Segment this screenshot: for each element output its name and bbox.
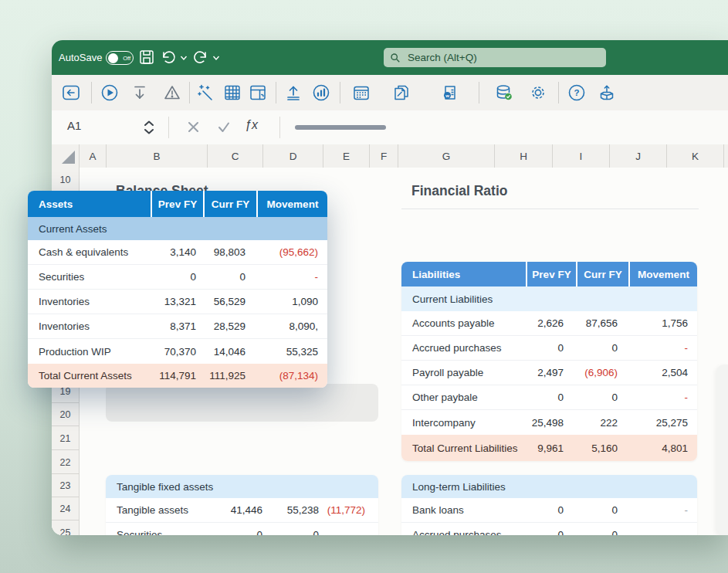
table-row[interactable]: Other paybale00-	[401, 385, 697, 410]
column-header-F[interactable]: F	[370, 144, 398, 168]
table-row[interactable]: Total Current Assets114,791111,925(87,13…	[28, 364, 327, 388]
search-input[interactable]	[406, 51, 600, 64]
column-header-I[interactable]: I	[553, 144, 610, 168]
column-header-G[interactable]: G	[398, 144, 495, 168]
back-button-icon[interactable]	[62, 83, 80, 102]
calendar-icon[interactable]	[352, 83, 371, 102]
column-header-H[interactable]: H	[495, 144, 553, 168]
table-row[interactable]: Accrued purchases00-	[401, 336, 697, 361]
cell-reference-box[interactable]: A1	[67, 119, 81, 132]
movement-value: 1,756	[628, 317, 697, 329]
movement-value: 25,275	[628, 417, 697, 429]
toolbar-divider	[340, 82, 340, 103]
table-row[interactable]: Production WIP70,37014,04655,325	[28, 339, 327, 364]
assets-table-body: Cash & equivalents3,14098,803(95,662)Sec…	[28, 240, 327, 364]
movement-value: 4,801	[628, 442, 697, 454]
table-row[interactable]: Payroll payable2,497(6,906)2,504	[401, 361, 697, 385]
select-all-corner[interactable]	[52, 144, 80, 168]
redo-icon[interactable]	[192, 49, 209, 66]
cancel-icon[interactable]	[187, 120, 200, 134]
movement-value: -	[628, 342, 697, 354]
download-arrow-icon[interactable]	[130, 83, 149, 102]
column-header-J[interactable]: J	[610, 144, 667, 168]
prev-fy-value: 8,371	[151, 320, 203, 332]
redo-dropdown-icon[interactable]	[212, 55, 220, 61]
table-row[interactable]: Tangible assets41,44655,238(11,772)	[106, 498, 378, 523]
table-row[interactable]: Securities00-	[106, 523, 378, 535]
undo-icon[interactable]	[160, 49, 177, 66]
toolbar-divider	[479, 82, 479, 103]
select-all-triangle-icon	[59, 147, 77, 166]
right-edge-card[interactable]	[716, 364, 728, 535]
row-label: Accrued purchases	[401, 529, 526, 535]
table-row[interactable]: Cash & equivalents3,14098,803(95,662)	[28, 240, 327, 265]
column-header-E[interactable]: E	[323, 144, 370, 168]
header-movement: Movement	[628, 262, 697, 286]
row-header-10[interactable]: 10	[52, 168, 79, 192]
column-header-D[interactable]: D	[263, 144, 323, 168]
chart-circle-icon[interactable]	[312, 83, 330, 102]
play-icon[interactable]	[100, 83, 119, 102]
save-icon[interactable]	[138, 49, 155, 66]
curr-fy-value: 0	[203, 271, 256, 283]
copy-documents-icon[interactable]	[392, 83, 411, 102]
table-row[interactable]: Accounts payable2,62687,6561,756	[401, 311, 697, 336]
formula-bar-divider	[279, 117, 280, 138]
movement-value: (11,772)	[319, 504, 378, 516]
movement-value: 8,090,	[256, 320, 327, 332]
warning-icon[interactable]	[163, 83, 181, 102]
movement-value: -	[628, 392, 697, 403]
prev-fy-value: 2,497	[526, 367, 576, 378]
toolbar-divider	[558, 82, 559, 103]
toolbar-divider	[91, 82, 92, 103]
column-header-B[interactable]: B	[107, 144, 208, 168]
table-row[interactable]: Total Current Liabilities9,9615,1604,801	[401, 435, 697, 461]
prev-fy-value: 9,961	[526, 442, 576, 454]
formula-content-placeholder[interactable]	[295, 125, 386, 130]
table-row[interactable]: Securities00-	[28, 265, 327, 290]
column-header-A[interactable]: A	[80, 144, 107, 168]
enter-check-icon[interactable]	[217, 120, 231, 134]
header-prev-fy: Prev FY	[151, 191, 203, 217]
search-box[interactable]	[384, 48, 606, 67]
column-header-C[interactable]: C	[208, 144, 263, 168]
row-header-22[interactable]: 22	[52, 451, 79, 474]
column-header-K[interactable]: K	[667, 144, 724, 168]
row-label: Intercompany	[401, 417, 526, 429]
row-header-21[interactable]: 21	[52, 427, 79, 450]
table-row[interactable]: Accrued purchases00-	[401, 523, 697, 535]
upload-icon[interactable]	[284, 83, 303, 102]
word-document-icon[interactable]: w	[441, 83, 459, 102]
autosave-toggle[interactable]: Off	[106, 51, 134, 65]
table-row[interactable]: Inventories8,37128,5298,090,	[28, 314, 327, 339]
prev-fy-value: 70,370	[151, 346, 203, 358]
prev-fy-value: 25,498	[526, 417, 576, 429]
row-label: Total Current Liabilities	[401, 442, 526, 454]
row-header-20[interactable]: 20	[52, 403, 79, 426]
help-icon[interactable]: ?	[567, 83, 586, 102]
header-liabilities: Liabilities	[401, 262, 526, 286]
grid-icon[interactable]	[223, 83, 242, 102]
table-panel-icon[interactable]	[249, 83, 267, 102]
settings-gear-icon[interactable]	[529, 83, 547, 102]
movement-value: -	[256, 271, 327, 283]
name-box-spinner-icon[interactable]	[143, 120, 155, 135]
table-row[interactable]: Inventories13,32156,5291,090	[28, 290, 327, 314]
prev-fy-value: 0	[195, 529, 262, 535]
magic-wand-icon[interactable]	[197, 83, 215, 102]
movement-value: (87,134)	[256, 370, 327, 381]
database-check-icon[interactable]	[495, 83, 513, 102]
row-header-24[interactable]: 24	[52, 497, 79, 520]
long-term-liabilities-table: Long-term Liabilities Bank loans00-Accru…	[401, 475, 697, 535]
row-header-23[interactable]: 23	[52, 474, 79, 497]
undo-dropdown-icon[interactable]	[180, 55, 188, 61]
insert-function-icon[interactable]: ƒx	[245, 118, 258, 132]
prev-fy-value: 0	[526, 342, 576, 354]
row-label: Tangible assets	[106, 504, 195, 516]
export-box-icon[interactable]	[598, 83, 616, 102]
prev-fy-value: 0	[151, 271, 203, 283]
table-row[interactable]: Bank loans00-	[401, 498, 697, 523]
table-row[interactable]: Intercompany25,49822225,275	[401, 410, 697, 435]
row-header-25[interactable]: 25	[52, 521, 79, 535]
movement-value: -	[628, 529, 697, 535]
